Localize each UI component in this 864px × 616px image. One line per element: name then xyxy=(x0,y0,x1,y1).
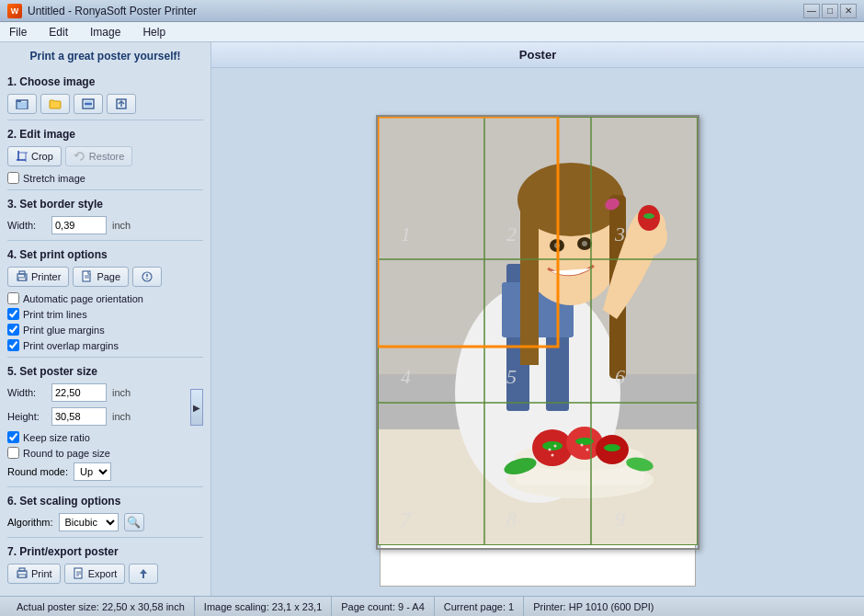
svg-rect-23 xyxy=(19,568,25,571)
print-options-extra-button[interactable] xyxy=(132,267,162,287)
svg-point-61 xyxy=(581,443,584,446)
svg-text:5: 5 xyxy=(506,365,517,388)
auto-orient-row: Automatic page orientation xyxy=(7,292,203,304)
round-page-label: Round to page size xyxy=(23,448,110,459)
poster-height-input[interactable] xyxy=(51,407,107,426)
svg-text:9: 9 xyxy=(615,508,625,530)
border-width-unit: inch xyxy=(112,220,131,231)
auto-orientation-checkbox[interactable] xyxy=(7,292,19,304)
svg-text:6: 6 xyxy=(615,365,625,388)
window-title: Untitled - RonyaSoft Poster Printer xyxy=(28,5,197,17)
left-panel: Print a great poster yourself! 1. Choose… xyxy=(0,42,211,596)
poster-width-input[interactable] xyxy=(51,383,107,402)
svg-point-57 xyxy=(604,444,620,451)
svg-rect-14 xyxy=(18,278,26,280)
status-scaling: Image scaling: 23,1 x 23,1 xyxy=(195,597,332,616)
keep-ratio-checkbox[interactable] xyxy=(7,431,19,443)
print-glue-checkbox[interactable] xyxy=(7,324,19,336)
open-file-button[interactable] xyxy=(7,94,37,114)
page-label: Page xyxy=(97,271,120,282)
algorithm-select[interactable]: Bicubic Bilinear Nearest xyxy=(59,513,119,531)
svg-point-15 xyxy=(24,275,26,277)
page-button[interactable]: Page xyxy=(73,267,129,287)
auto-orientation-label: Automatic page orientation xyxy=(23,293,143,304)
main-container: Print a great poster yourself! 1. Choose… xyxy=(0,42,864,596)
crop-button[interactable]: Crop xyxy=(7,146,62,166)
trim-lines-row: Print trim lines xyxy=(7,308,203,320)
crop-icon xyxy=(16,150,28,163)
svg-point-58 xyxy=(549,448,551,451)
menu-bar: File Edit Image Help xyxy=(0,22,864,42)
section-choose-image: 1. Choose image xyxy=(7,75,203,88)
round-page-row: Round to page size xyxy=(7,447,203,459)
export-button[interactable]: Export xyxy=(64,564,126,584)
size-nav-arrow[interactable]: ▶ xyxy=(190,389,203,426)
poster-width-unit: inch xyxy=(112,387,131,398)
print-trim-label: Print trim lines xyxy=(23,309,87,320)
svg-point-60 xyxy=(551,453,554,456)
poster-canvas: 1 2 3 4 5 6 7 8 9 xyxy=(376,115,699,550)
print-label: Print xyxy=(31,568,52,579)
close-button[interactable]: ✕ xyxy=(840,4,857,18)
width-label: Width: xyxy=(7,220,46,231)
scan-button[interactable] xyxy=(74,94,103,114)
divider-5 xyxy=(7,486,203,487)
print-button[interactable]: Print xyxy=(7,564,61,584)
svg-point-45 xyxy=(582,241,587,246)
round-mode-select[interactable]: Up xyxy=(74,462,111,481)
menu-file[interactable]: File xyxy=(4,24,32,40)
svg-rect-24 xyxy=(18,575,26,577)
svg-text:3: 3 xyxy=(614,222,625,245)
export-icon xyxy=(73,567,85,580)
menu-edit[interactable]: Edit xyxy=(43,24,74,40)
svg-point-21 xyxy=(146,278,148,279)
printer-button[interactable]: Printer xyxy=(7,267,69,287)
export-extra-button[interactable] xyxy=(129,564,158,584)
divider-3 xyxy=(7,240,203,241)
round-page-checkbox[interactable] xyxy=(7,447,19,459)
restore-button[interactable]: Restore xyxy=(65,146,133,166)
stretch-row: Stretch image xyxy=(7,172,203,184)
export-label: Export xyxy=(88,568,118,579)
svg-rect-1 xyxy=(17,100,21,102)
zoom-button[interactable]: 🔍 xyxy=(124,513,144,531)
svg-text:2: 2 xyxy=(506,222,517,245)
poster-height-row: Height: inch xyxy=(7,407,185,426)
section-poster-size: 5. Set poster size xyxy=(7,365,203,378)
crop-label: Crop xyxy=(31,151,53,162)
poster-height-label: Height: xyxy=(7,411,46,422)
svg-text:8: 8 xyxy=(506,508,517,530)
print-icon xyxy=(16,567,28,580)
menu-image[interactable]: Image xyxy=(85,24,126,40)
status-current-page: Current page: 1 xyxy=(435,597,524,616)
print-overlap-checkbox[interactable] xyxy=(7,339,19,351)
options-icon xyxy=(141,270,153,283)
svg-text:1: 1 xyxy=(401,222,411,245)
export-extra-icon xyxy=(137,567,150,580)
status-printer: Printer: HP 1010 (600 DPI) xyxy=(524,597,663,616)
round-mode-label: Round mode: xyxy=(7,466,68,477)
overlap-margins-row: Print overlap margins xyxy=(7,339,203,351)
printer-label: Printer xyxy=(31,271,61,282)
restore-icon xyxy=(74,150,86,163)
divider-1 xyxy=(7,120,203,120)
section-print-export: 7. Print/export poster xyxy=(7,545,203,558)
keep-ratio-row: Keep size ratio xyxy=(7,431,203,443)
app-icon: W xyxy=(7,4,22,18)
print-trim-checkbox[interactable] xyxy=(7,308,19,320)
maximize-button[interactable]: □ xyxy=(822,4,838,18)
stretch-checkbox[interactable] xyxy=(7,172,19,184)
poster-area: 1 2 3 4 5 6 7 8 9 xyxy=(211,68,864,596)
restore-label: Restore xyxy=(89,151,125,162)
menu-help[interactable]: Help xyxy=(137,24,171,40)
border-width-input[interactable] xyxy=(51,216,107,234)
right-panel: Poster xyxy=(211,42,864,596)
export-image-button[interactable] xyxy=(107,94,136,114)
print-option-buttons: Printer Page xyxy=(7,267,203,287)
minimize-button[interactable]: — xyxy=(803,4,820,18)
open-folder-button[interactable] xyxy=(40,94,70,114)
status-bar: Actual poster size: 22,50 x 30,58 inch I… xyxy=(0,596,864,616)
section-border-style: 3. Set border style xyxy=(7,198,203,211)
svg-text:4: 4 xyxy=(401,365,411,388)
glue-margins-row: Print glue margins xyxy=(7,324,203,336)
